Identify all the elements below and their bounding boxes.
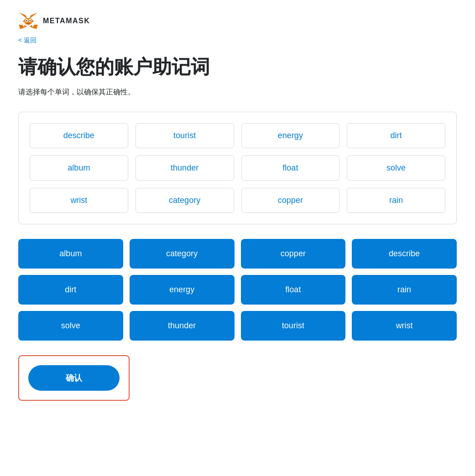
blue-word-button[interactable]: energy xyxy=(130,275,235,305)
word-cell[interactable]: thunder xyxy=(136,155,234,181)
word-cell[interactable]: float xyxy=(241,155,340,181)
svg-point-4 xyxy=(30,20,31,21)
blue-word-button[interactable]: thunder xyxy=(130,311,235,341)
blue-word-button[interactable]: tourist xyxy=(241,311,346,341)
blue-word-button[interactable]: describe xyxy=(352,239,457,269)
word-cell[interactable]: solve xyxy=(347,155,445,181)
confirm-button[interactable]: 确认 xyxy=(28,365,120,391)
back-link[interactable]: < 返回 xyxy=(18,36,457,45)
app-container: METAMASK < 返回 请确认您的账户助记词 请选择每个单词，以确保其正确性… xyxy=(0,0,475,476)
blue-word-button[interactable]: wrist xyxy=(352,311,457,341)
svg-point-3 xyxy=(26,20,27,21)
word-cell[interactable]: describe xyxy=(30,123,128,148)
metamask-logo xyxy=(18,11,38,31)
word-cell[interactable]: rain xyxy=(347,188,445,213)
header: METAMASK xyxy=(18,11,457,31)
blue-word-button[interactable]: album xyxy=(18,239,123,269)
brand-name: METAMASK xyxy=(43,17,90,25)
page-title: 请确认您的账户助记词 xyxy=(18,56,457,78)
word-cell[interactable]: dirt xyxy=(347,123,445,148)
blue-word-button[interactable]: float xyxy=(241,275,346,305)
word-cell[interactable]: energy xyxy=(241,123,340,148)
page-subtitle: 请选择每个单词，以确保其正确性。 xyxy=(18,88,457,97)
blue-word-button[interactable]: rain xyxy=(352,275,457,305)
word-selection-box: describetouristenergydirtalbumthunderflo… xyxy=(18,112,457,224)
blue-word-button[interactable]: copper xyxy=(241,239,346,269)
word-cell[interactable]: copper xyxy=(241,188,340,213)
back-label: < 返回 xyxy=(18,36,37,45)
blue-word-button[interactable]: dirt xyxy=(18,275,123,305)
blue-word-button[interactable]: category xyxy=(130,239,235,269)
confirm-section: 确认 xyxy=(18,355,130,401)
blue-word-grid: albumcategorycopperdescribedirtenergyflo… xyxy=(18,239,457,341)
word-cell[interactable]: album xyxy=(30,155,128,181)
word-cell[interactable]: category xyxy=(136,188,234,213)
word-cell[interactable]: wrist xyxy=(30,188,128,213)
blue-word-button[interactable]: solve xyxy=(18,311,123,341)
word-cell[interactable]: tourist xyxy=(136,123,234,148)
